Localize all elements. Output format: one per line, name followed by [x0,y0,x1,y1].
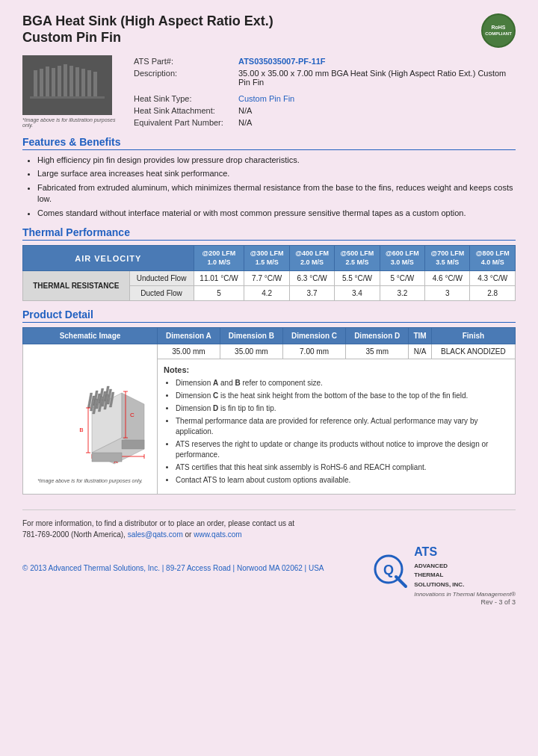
svg-rect-41 [122,440,144,449]
heat-sink-attachment-label: Heat Sink Attachment: [131,105,235,117]
schematic-image-box: A B C [31,356,150,475]
footer-email[interactable]: sales@qats.com [128,530,183,539]
heat-sink-attachment: N/A [235,105,516,117]
col-header-0: @200 LFM1.0 M/S [194,245,244,270]
footer-copyright: © 2013 Advanced Thermal Solutions, Inc. … [22,564,324,572]
dim-d-value: 35 mm [346,344,409,359]
detail-header-dim-c: Dimension C [282,328,345,344]
title-line1: BGA Heat Sink (High Aspect Ratio Ext.) [22,13,273,28]
unducted-val-6: 4.3 °C/W [470,271,516,286]
air-velocity-header: AIR VELOCITY [23,245,194,270]
product-detail-table: Schematic Image Dimension A Dimension B … [22,327,516,495]
dim-b-value: 35.00 mm [220,344,282,359]
page: BGA Heat Sink (High Aspect Ratio Ext.) C… [0,0,538,756]
col-header-4: @600 LFM3.0 M/S [380,245,424,270]
ducted-val-6: 2.8 [470,286,516,301]
ats-tagline: Innovations in Thermal Management® [414,591,516,598]
svg-rect-10 [87,70,91,96]
thermal-performance-table-wrapper: AIR VELOCITY @200 LFM1.0 M/S @300 LFM1.5… [22,245,516,301]
svg-rect-2 [40,69,43,96]
svg-text:Q: Q [383,563,394,577]
detail-header-tim: TIM [409,328,432,344]
col-header-5: @700 LFM3.5 M/S [425,245,470,270]
detail-header-finish: Finish [431,328,515,344]
detail-header-dim-b: Dimension B [220,328,282,344]
schematic-cell: A B C [23,344,158,495]
notes-cell: Notes: Dimension A and B refer to compon… [158,359,516,495]
footer-bottom: © 2013 Advanced Thermal Solutions, Inc. … [22,544,516,598]
col-header-1: @300 LFM1.5 M/S [244,245,289,270]
svg-text:B: B [79,427,83,433]
unducted-flow-label: Unducted Flow [129,271,194,286]
footer-contact: For more information, to find a distribu… [22,518,516,540]
col-header-3: @500 LFM2.5 M/S [335,245,380,270]
ducted-val-2: 3.7 [289,286,334,301]
thermal-performance-heading: Thermal Performance [22,226,516,241]
thermal-resistance-label: THERMAL RESISTANCE [23,271,130,301]
finish-value: BLACK ANODIZED [431,344,515,359]
ats-company-name: ADVANCEDTHERMALSOLUTIONS, INC. [414,563,464,588]
note-2: Dimension C is the heat sink height from… [176,391,509,401]
svg-text:C: C [130,412,134,418]
note-5: ATS reserves the right to update or chan… [176,439,509,460]
footer-connector: or [185,530,192,539]
note-4: Thermal performance data are provided fo… [176,416,509,437]
note-7: Contact ATS to learn about custom option… [176,475,509,486]
notes-list: Dimension A and B refer to component siz… [164,378,509,486]
ducted-val-5: 3 [425,286,470,301]
product-image-caption: *Image above is for illustration purpose… [22,117,120,128]
unducted-val-0: 11.01 °C/W [194,271,244,286]
feature-item-3: Fabricated from extruded aluminum, which… [37,182,516,205]
col-header-2: @400 LFM2.0 M/S [289,245,334,270]
product-image-box: *Image above is for illustration purpose… [22,55,120,128]
ats-logo-text: ATS ADVANCEDTHERMALSOLUTIONS, INC. Innov… [414,544,516,598]
unducted-val-1: 7.7 °C/W [244,271,289,286]
ducted-val-4: 3.2 [380,286,424,301]
footer-website[interactable]: www.qats.com [194,530,241,539]
note-3: Dimension D is fin tip to fin tip. [176,403,509,414]
ats-logo: Q ATS ADVANCEDTHERMALSOLUTIONS, INC. Inn… [372,544,516,598]
svg-rect-7 [69,66,73,96]
thermal-performance-table: AIR VELOCITY @200 LFM1.0 M/S @300 LFM1.5… [22,245,516,301]
svg-rect-11 [93,72,97,96]
feature-item-2: Large surface area increases heat sink p… [37,168,516,179]
ducted-val-0: 5 [194,286,244,301]
svg-rect-40 [92,453,122,462]
product-detail-heading: Product Detail [22,309,516,323]
equivalent-part: N/A [235,117,516,128]
detail-header-dim-d: Dimension D [346,328,409,344]
ducted-val-1: 4.2 [244,286,289,301]
product-info-section: *Image above is for illustration purpose… [22,55,516,128]
svg-rect-9 [81,69,85,96]
unducted-val-4: 5 °C/W [380,271,424,286]
rohs-badge: RoHS COMPLIANT [481,13,516,48]
svg-rect-6 [64,64,67,96]
product-specs: ATS Part#: ATS035035007-PF-11F Descripti… [131,55,516,128]
dim-a-value: 35.00 mm [158,344,220,359]
svg-rect-1 [34,70,37,96]
svg-rect-12 [30,96,105,99]
schematic-caption: *Image above is for illustration purpose… [29,478,151,483]
features-list: High efficiency pin fin design provides … [22,155,516,219]
product-image [22,55,112,115]
unducted-val-5: 4.6 °C/W [425,271,470,286]
svg-rect-3 [46,66,49,96]
svg-rect-5 [58,66,61,96]
tim-value: N/A [409,344,432,359]
unducted-val-2: 6.3 °C/W [289,271,334,286]
heat-sink-type: Custom Pin Fin [235,93,516,105]
title-line2: Custom Pin Fin [22,30,121,45]
unducted-val-3: 5.5 °C/W [335,271,380,286]
ducted-val-3: 3.4 [335,286,380,301]
note-6: ATS certifies that this heat sink assemb… [176,462,509,473]
svg-rect-8 [75,67,79,96]
feature-item-4: Comes standard without interface materia… [37,208,516,219]
svg-rect-4 [52,68,55,96]
footer-copyright-block: © 2013 Advanced Thermal Solutions, Inc. … [22,564,324,578]
footer-phone: 781-769-2000 (North America), [22,530,126,539]
dim-c-value: 7.00 mm [282,344,345,359]
ducted-flow-label: Ducted Flow [129,286,194,301]
note-1: Dimension A and B refer to component siz… [176,378,509,388]
description-label: Description: [131,67,235,88]
detail-header-dim-a: Dimension A [158,328,220,344]
